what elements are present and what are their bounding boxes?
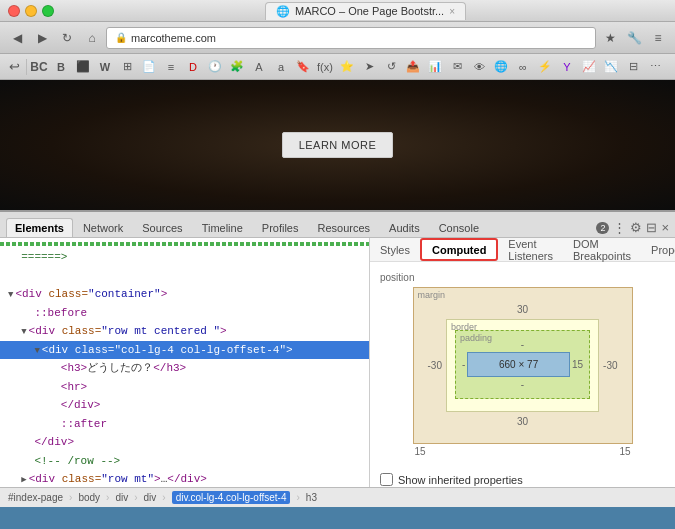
dom-indicator [0, 242, 369, 246]
position-label: position [380, 272, 665, 283]
styles-tab[interactable]: Styles [370, 238, 420, 261]
margin-bottom-value: 30 [428, 416, 618, 427]
tab-timeline[interactable]: Timeline [193, 218, 252, 237]
window-controls [8, 5, 54, 17]
html-line-divclose2: </div> [0, 433, 369, 452]
dock-icon[interactable]: ⊟ [646, 220, 657, 235]
status-body[interactable]: body [78, 492, 100, 503]
show-inherited-label: Show inherited properties [398, 474, 523, 486]
html-line-container[interactable]: ▼<div class="container"> [0, 285, 369, 304]
browser-toolbar: ◀ ▶ ↻ ⌂ 🔒 marcotheme.com ★ 🔧 ≡ [0, 22, 675, 54]
toolbar-icon-grid2[interactable]: ⊟ [623, 57, 643, 77]
html-line-row[interactable]: ▼<div class="row mt centered "> [0, 322, 369, 341]
html-panel[interactable]: ======> ▼<div class="container"> ::befor… [0, 238, 370, 487]
show-inherited-checkbox[interactable] [380, 473, 393, 486]
devtools-toolbar-right: 2 ⋮ ⚙ ⊟ × [596, 220, 669, 237]
margin-box: margin 30 -30 border padding [413, 287, 633, 444]
status-bar: #index-page › body › div › div › div.col… [0, 487, 675, 507]
inspect-icon[interactable]: ⋮ [613, 220, 626, 235]
margin-middle: -30 border padding - [428, 319, 618, 412]
status-div1[interactable]: div [115, 492, 128, 503]
margin-left-value: -30 [428, 360, 442, 371]
maximize-button[interactable] [42, 5, 54, 17]
toolbar-icon-mask[interactable]: ∞ [513, 57, 533, 77]
close-button[interactable] [8, 5, 20, 17]
html-line-blank [0, 267, 369, 286]
html-line-before1: ::before [0, 304, 369, 323]
margin-right-value: -30 [603, 360, 617, 371]
border-box: border padding - - [446, 319, 599, 412]
content-box: 660 × 77 [467, 352, 570, 377]
toolbar-icon-clock[interactable]: 🕐 [205, 57, 225, 77]
home-button[interactable]: ⌂ [81, 27, 103, 49]
toolbar-icon-share[interactable]: 📤 [403, 57, 423, 77]
bookmark-star[interactable]: ★ [599, 27, 621, 49]
toolbar-icon-bar2[interactable]: 📉 [601, 57, 621, 77]
html-line-col-selected[interactable]: ▼<div class="col-lg-4 col-lg-offset-4"> [0, 341, 369, 360]
toolbar-icon-fx[interactable]: f(x) [315, 57, 335, 77]
toolbar-icon-grid[interactable]: ⊞ [117, 57, 137, 77]
toolbar-icon-amazon[interactable]: a [271, 57, 291, 77]
close-devtools-icon[interactable]: × [661, 220, 669, 235]
properties-tab[interactable]: Properties [641, 238, 675, 261]
toolbar-icon-w[interactable]: W [95, 57, 115, 77]
status-div-col[interactable]: div.col-lg-4.col-lg-offset-4 [172, 491, 291, 504]
toolbar-icon-y[interactable]: Y [557, 57, 577, 77]
toolbar-icon-arrow[interactable]: ➤ [359, 57, 379, 77]
tab-elements[interactable]: Elements [6, 218, 73, 237]
tab-sources[interactable]: Sources [133, 218, 191, 237]
box-model: margin 30 -30 border padding [413, 287, 633, 457]
back-button[interactable]: ◀ [6, 27, 28, 49]
tab-close-button[interactable]: × [449, 6, 455, 17]
browser-tab[interactable]: 🌐 MARCO – One Page Bootstr... × [265, 2, 466, 20]
html-line-row2[interactable]: ▶<div class="row mt">…</div> [0, 470, 369, 487]
toolbar-icon-eye[interactable]: 👁 [469, 57, 489, 77]
toolbar-icon-list[interactable]: ≡ [161, 57, 181, 77]
toolbar-icon-mail[interactable]: ✉ [447, 57, 467, 77]
event-listeners-tab[interactable]: Event Listeners [498, 238, 563, 261]
tab-audits[interactable]: Audits [380, 218, 429, 237]
page-content: LEARN MORE [0, 80, 675, 210]
status-h3[interactable]: h3 [306, 492, 317, 503]
tab-network[interactable]: Network [74, 218, 132, 237]
tab-title: MARCO – One Page Bootstr... [295, 5, 444, 17]
secondary-toolbar: ↩ BC B ⬛ W ⊞ 📄 ≡ D 🕐 🧩 A a 🔖 f(x) ⭐ ➤ ↺ … [0, 54, 675, 80]
forward-button[interactable]: ▶ [31, 27, 53, 49]
minimize-button[interactable] [25, 5, 37, 17]
toolbar-icon-sync[interactable]: ⚡ [535, 57, 555, 77]
learn-more-button[interactable]: LEARN MORE [282, 132, 394, 158]
toolbar-icon-doc[interactable]: 📄 [139, 57, 159, 77]
extra-values-row: 15 15 [413, 446, 633, 457]
toolbar-icon-red[interactable]: D [183, 57, 203, 77]
toolbar-icon-world[interactable]: 🌐 [491, 57, 511, 77]
status-index-page[interactable]: #index-page [8, 492, 63, 503]
toolbar-icon-dot[interactable]: ⬛ [73, 57, 93, 77]
settings-icon[interactable]: ⚙ [630, 220, 642, 235]
tab-resources[interactable]: Resources [308, 218, 379, 237]
toolbar-icon-a[interactable]: A [249, 57, 269, 77]
toolbar-icon-bookmark[interactable]: 🔖 [293, 57, 313, 77]
url-text: marcotheme.com [131, 32, 216, 44]
toolbar-icon-menu2[interactable]: ⋯ [645, 57, 665, 77]
computed-tab[interactable]: Computed [420, 238, 498, 261]
reload-button[interactable]: ↻ [56, 27, 78, 49]
toolbar-icon-b[interactable]: B [51, 57, 71, 77]
tab-profiles[interactable]: Profiles [253, 218, 308, 237]
toolbar-icon-bc[interactable]: BC [29, 57, 49, 77]
address-bar[interactable]: 🔒 marcotheme.com [106, 27, 596, 49]
toolbar-icon-star2[interactable]: ⭐ [337, 57, 357, 77]
toolbar-icon-chart[interactable]: 📊 [425, 57, 445, 77]
toolbar-icon-reload2[interactable]: ↺ [381, 57, 401, 77]
status-div2[interactable]: div [144, 492, 157, 503]
padding-bottom-value: - [462, 379, 583, 390]
html-line-hr: <hr> [0, 378, 369, 397]
devtools-body: ======> ▼<div class="container"> ::befor… [0, 238, 675, 487]
tab-console[interactable]: Console [430, 218, 488, 237]
toolbar-icon-puzzle[interactable]: 🧩 [227, 57, 247, 77]
title-bar: 🌐 MARCO – One Page Bootstr... × [0, 0, 675, 22]
toolbar-icon-1[interactable]: ↩ [4, 57, 24, 77]
dom-breakpoints-tab[interactable]: DOM Breakpoints [563, 238, 641, 261]
menu-btn[interactable]: ≡ [647, 27, 669, 49]
extensions-btn[interactable]: 🔧 [623, 27, 645, 49]
toolbar-icon-bar1[interactable]: 📈 [579, 57, 599, 77]
